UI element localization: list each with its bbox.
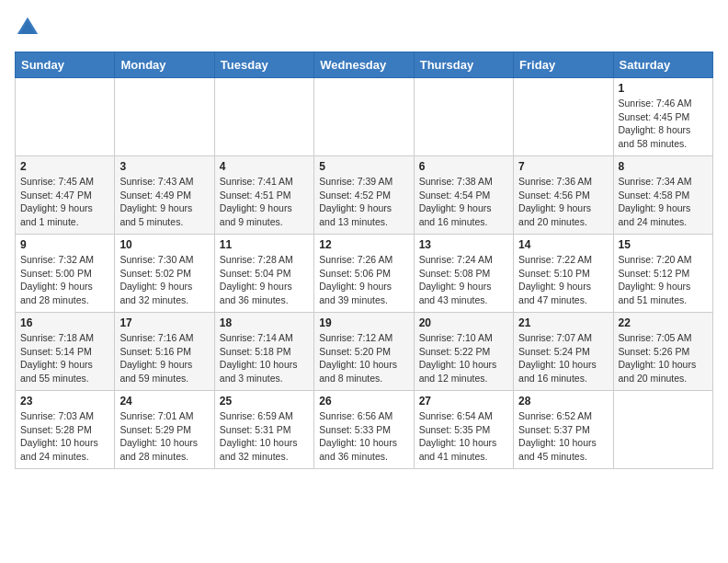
calendar-header-sunday: Sunday (16, 52, 115, 78)
calendar-cell (314, 78, 414, 156)
day-info: Sunrise: 7:16 AM Sunset: 5:16 PM Dayligh… (119, 331, 209, 385)
day-info: Sunrise: 6:56 AM Sunset: 5:33 PM Dayligh… (319, 409, 408, 464)
calendar-cell: 9Sunrise: 7:32 AM Sunset: 5:00 PM Daylig… (16, 235, 115, 313)
day-number: 2 (20, 160, 109, 173)
calendar-cell: 10Sunrise: 7:30 AM Sunset: 5:02 PM Dayli… (115, 235, 214, 313)
day-info: Sunrise: 7:01 AM Sunset: 5:29 PM Dayligh… (119, 409, 209, 464)
day-info: Sunrise: 7:10 AM Sunset: 5:22 PM Dayligh… (419, 331, 508, 385)
day-number: 6 (419, 160, 508, 173)
calendar-cell: 23Sunrise: 7:03 AM Sunset: 5:28 PM Dayli… (16, 391, 115, 469)
day-info: Sunrise: 6:54 AM Sunset: 5:35 PM Dayligh… (419, 409, 508, 464)
day-info: Sunrise: 7:39 AM Sunset: 4:52 PM Dayligh… (319, 175, 408, 229)
calendar-header-wednesday: Wednesday (314, 52, 414, 78)
day-number: 18 (220, 316, 309, 329)
calendar-cell: 14Sunrise: 7:22 AM Sunset: 5:10 PM Dayli… (514, 235, 613, 313)
calendar-cell: 20Sunrise: 7:10 AM Sunset: 5:22 PM Dayli… (414, 313, 513, 391)
day-info: Sunrise: 7:22 AM Sunset: 5:10 PM Dayligh… (518, 253, 608, 307)
calendar: SundayMondayTuesdayWednesdayThursdayFrid… (15, 52, 713, 469)
day-number: 3 (119, 160, 209, 173)
day-info: Sunrise: 7:34 AM Sunset: 4:58 PM Dayligh… (619, 175, 708, 229)
calendar-week-3: 9Sunrise: 7:32 AM Sunset: 5:00 PM Daylig… (16, 235, 713, 313)
calendar-header-monday: Monday (115, 52, 214, 78)
day-number: 16 (20, 316, 109, 329)
calendar-cell: 27Sunrise: 6:54 AM Sunset: 5:35 PM Dayli… (414, 391, 513, 469)
calendar-cell: 13Sunrise: 7:24 AM Sunset: 5:08 PM Dayli… (414, 235, 513, 313)
day-info: Sunrise: 7:30 AM Sunset: 5:02 PM Dayligh… (119, 253, 209, 307)
day-info: Sunrise: 7:38 AM Sunset: 4:54 PM Dayligh… (419, 175, 508, 229)
calendar-cell: 15Sunrise: 7:20 AM Sunset: 5:12 PM Dayli… (613, 235, 712, 313)
calendar-cell: 17Sunrise: 7:16 AM Sunset: 5:16 PM Dayli… (115, 313, 214, 391)
day-number: 21 (518, 316, 608, 329)
logo-icon (15, 15, 40, 40)
calendar-cell: 24Sunrise: 7:01 AM Sunset: 5:29 PM Dayli… (115, 391, 214, 469)
day-number: 5 (319, 160, 408, 173)
calendar-cell: 19Sunrise: 7:12 AM Sunset: 5:20 PM Dayli… (314, 313, 414, 391)
day-info: Sunrise: 6:59 AM Sunset: 5:31 PM Dayligh… (220, 409, 309, 464)
day-info: Sunrise: 7:46 AM Sunset: 4:45 PM Dayligh… (619, 97, 708, 151)
day-number: 20 (419, 316, 508, 329)
calendar-cell (514, 78, 613, 156)
day-info: Sunrise: 7:14 AM Sunset: 5:18 PM Dayligh… (220, 331, 309, 385)
calendar-cell: 2Sunrise: 7:45 AM Sunset: 4:47 PM Daylig… (16, 156, 115, 235)
calendar-cell: 6Sunrise: 7:38 AM Sunset: 4:54 PM Daylig… (414, 156, 513, 235)
day-number: 14 (518, 238, 608, 251)
day-info: Sunrise: 6:52 AM Sunset: 5:37 PM Dayligh… (518, 409, 608, 464)
day-number: 23 (20, 395, 109, 408)
day-info: Sunrise: 7:12 AM Sunset: 5:20 PM Dayligh… (319, 331, 408, 385)
day-info: Sunrise: 7:05 AM Sunset: 5:26 PM Dayligh… (619, 331, 708, 385)
day-number: 13 (419, 238, 508, 251)
logo (15, 15, 44, 40)
calendar-cell (214, 78, 313, 156)
header (15, 15, 713, 40)
calendar-cell: 16Sunrise: 7:18 AM Sunset: 5:14 PM Dayli… (16, 313, 115, 391)
calendar-header-saturday: Saturday (613, 52, 712, 78)
calendar-week-1: 1Sunrise: 7:46 AM Sunset: 4:45 PM Daylig… (16, 78, 713, 156)
day-number: 8 (619, 160, 708, 173)
day-info: Sunrise: 7:03 AM Sunset: 5:28 PM Dayligh… (20, 409, 109, 464)
day-number: 25 (220, 395, 309, 408)
calendar-week-2: 2Sunrise: 7:45 AM Sunset: 4:47 PM Daylig… (16, 156, 713, 235)
calendar-header-tuesday: Tuesday (214, 52, 313, 78)
day-info: Sunrise: 7:18 AM Sunset: 5:14 PM Dayligh… (20, 331, 109, 385)
day-info: Sunrise: 7:32 AM Sunset: 5:00 PM Dayligh… (20, 253, 109, 307)
day-number: 9 (20, 238, 109, 251)
day-info: Sunrise: 7:24 AM Sunset: 5:08 PM Dayligh… (419, 253, 508, 307)
calendar-cell (16, 78, 115, 156)
day-number: 28 (518, 395, 608, 408)
calendar-cell: 11Sunrise: 7:28 AM Sunset: 5:04 PM Dayli… (214, 235, 313, 313)
calendar-cell (414, 78, 513, 156)
day-number: 11 (220, 238, 309, 251)
calendar-cell: 12Sunrise: 7:26 AM Sunset: 5:06 PM Dayli… (314, 235, 414, 313)
calendar-cell: 3Sunrise: 7:43 AM Sunset: 4:49 PM Daylig… (115, 156, 214, 235)
day-info: Sunrise: 7:41 AM Sunset: 4:51 PM Dayligh… (220, 175, 309, 229)
day-number: 15 (619, 238, 708, 251)
calendar-cell: 26Sunrise: 6:56 AM Sunset: 5:33 PM Dayli… (314, 391, 414, 469)
day-info: Sunrise: 7:45 AM Sunset: 4:47 PM Dayligh… (20, 175, 109, 229)
day-number: 12 (319, 238, 408, 251)
day-info: Sunrise: 7:36 AM Sunset: 4:56 PM Dayligh… (518, 175, 608, 229)
calendar-header-thursday: Thursday (414, 52, 513, 78)
day-number: 10 (119, 238, 209, 251)
calendar-cell (613, 391, 712, 469)
calendar-header-friday: Friday (514, 52, 613, 78)
calendar-cell: 22Sunrise: 7:05 AM Sunset: 5:26 PM Dayli… (613, 313, 712, 391)
calendar-week-4: 16Sunrise: 7:18 AM Sunset: 5:14 PM Dayli… (16, 313, 713, 391)
day-number: 1 (619, 82, 708, 95)
day-info: Sunrise: 7:07 AM Sunset: 5:24 PM Dayligh… (518, 331, 608, 385)
day-number: 19 (319, 316, 408, 329)
calendar-cell: 18Sunrise: 7:14 AM Sunset: 5:18 PM Dayli… (214, 313, 313, 391)
calendar-header-row: SundayMondayTuesdayWednesdayThursdayFrid… (16, 52, 713, 78)
day-number: 24 (119, 395, 209, 408)
calendar-cell: 28Sunrise: 6:52 AM Sunset: 5:37 PM Dayli… (514, 391, 613, 469)
calendar-cell: 21Sunrise: 7:07 AM Sunset: 5:24 PM Dayli… (514, 313, 613, 391)
day-info: Sunrise: 7:28 AM Sunset: 5:04 PM Dayligh… (220, 253, 309, 307)
calendar-cell: 8Sunrise: 7:34 AM Sunset: 4:58 PM Daylig… (613, 156, 712, 235)
calendar-cell: 25Sunrise: 6:59 AM Sunset: 5:31 PM Dayli… (214, 391, 313, 469)
day-number: 4 (220, 160, 309, 173)
day-info: Sunrise: 7:43 AM Sunset: 4:49 PM Dayligh… (119, 175, 209, 229)
calendar-cell: 1Sunrise: 7:46 AM Sunset: 4:45 PM Daylig… (613, 78, 712, 156)
day-info: Sunrise: 7:26 AM Sunset: 5:06 PM Dayligh… (319, 253, 408, 307)
day-number: 7 (518, 160, 608, 173)
day-number: 26 (319, 395, 408, 408)
calendar-cell: 4Sunrise: 7:41 AM Sunset: 4:51 PM Daylig… (214, 156, 313, 235)
